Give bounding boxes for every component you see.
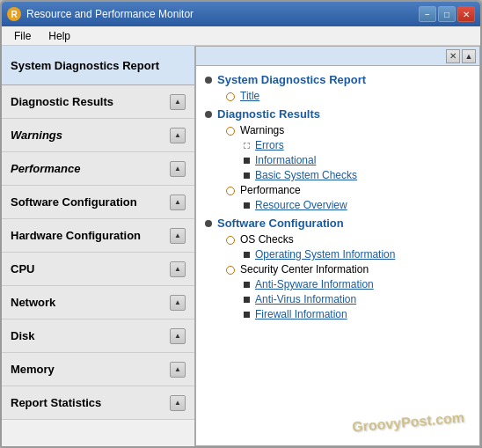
nav-btn-cpu[interactable]: ▲: [170, 261, 186, 277]
nav-item-diagnostic-results[interactable]: Diagnostic Results ▲: [2, 85, 194, 119]
menu-bar: File Help: [2, 26, 480, 46]
left-panel: System Diagnostics Report Diagnostic Res…: [2, 46, 195, 446]
nav-label-hardware-config: Hardware Configuration: [11, 229, 141, 242]
tree-title-diagnostic-results[interactable]: Diagnostic Results: [217, 107, 320, 111]
nav-label-performance: Performance: [11, 162, 80, 175]
right-area: ✕ ▲ System Diagnostics Report: [195, 46, 480, 446]
tree-link-title[interactable]: Title: [240, 90, 259, 102]
menu-help[interactable]: Help: [43, 28, 76, 44]
nav-label-warnings: Warnings: [11, 129, 62, 142]
nav-item-disk[interactable]: Disk ▲: [2, 319, 194, 353]
nav-btn-network[interactable]: ▲: [170, 295, 186, 311]
close-button[interactable]: ✕: [457, 6, 475, 22]
nav-label-software-config: Software Configuration: [11, 195, 137, 209]
tree-popup: ✕ ▲ System Diagnostics Report: [195, 46, 480, 111]
nav-btn-report-stats[interactable]: ▲: [170, 395, 186, 411]
nav-label-disk: Disk: [11, 329, 34, 342]
nav-btn-warnings[interactable]: ▲: [170, 128, 186, 143]
nav-btn-diagnostic-results[interactable]: ▲: [170, 94, 186, 110]
nav-btn-disk[interactable]: ▲: [170, 328, 186, 344]
app-icon: R: [7, 7, 21, 21]
window-title: Resource and Performance Monitor: [26, 8, 194, 20]
open-circle-title: [226, 92, 235, 101]
nav-label-report-stats: Report Statistics: [11, 396, 101, 409]
nav-label-memory: Memory: [11, 363, 55, 376]
tree-section-system-diagnostics: System Diagnostics Report Title: [205, 73, 471, 102]
tree-subitem-title: Title: [226, 90, 471, 102]
nav-btn-software-config[interactable]: ▲: [170, 195, 186, 210]
nav-item-memory[interactable]: Memory ▲: [2, 353, 194, 386]
tree-section-header-system: System Diagnostics Report: [205, 73, 471, 86]
tree-title-system-diagnostics[interactable]: System Diagnostics Report: [217, 73, 366, 86]
nav-item-report-stats[interactable]: Report Statistics ▲: [2, 386, 194, 420]
nav-item-warnings[interactable]: Warnings ▲: [2, 119, 194, 152]
tree-popup-header: ✕ ▲: [196, 47, 479, 66]
tree-content: System Diagnostics Report Title: [196, 66, 479, 111]
nav-label-network: Network: [11, 296, 55, 309]
tree-popup-close-button[interactable]: ✕: [446, 49, 460, 63]
minimize-button[interactable]: −: [419, 6, 436, 22]
nav-btn-hardware-config[interactable]: ▲: [170, 228, 186, 244]
tree-and-scroll: ✕ ▲ System Diagnostics Report: [195, 46, 480, 111]
nav-btn-memory[interactable]: ▲: [170, 362, 186, 378]
nav-item-software-config[interactable]: Software Configuration ▲: [2, 186, 194, 219]
tree-section-diagnostic-results: Diagnostic Results Warnings: [205, 107, 471, 111]
window-controls: − □ ✕: [419, 6, 475, 22]
maximize-button[interactable]: □: [438, 6, 456, 22]
main-window: R Resource and Performance Monitor − □ ✕…: [0, 0, 482, 448]
tree-popup-up-button[interactable]: ▲: [462, 49, 476, 63]
bullet-dot-system: [205, 77, 212, 84]
nav-label-cpu: CPU: [11, 262, 34, 275]
title-bar-left: R Resource and Performance Monitor: [7, 7, 194, 21]
nav-item-cpu[interactable]: CPU ▲: [2, 253, 194, 286]
nav-item-hardware-config[interactable]: Hardware Configuration ▲: [2, 219, 194, 253]
nav-item-performance[interactable]: Performance ▲: [2, 152, 194, 186]
tree-section-header-diagnostic: Diagnostic Results: [205, 107, 471, 111]
nav-label-diagnostic-results: Diagnostic Results: [11, 95, 113, 108]
nav-btn-performance[interactable]: ▲: [170, 161, 186, 177]
title-bar: R Resource and Performance Monitor − □ ✕: [2, 2, 480, 26]
tree-children-system: Title: [226, 90, 471, 102]
nav-item-network[interactable]: Network ▲: [2, 286, 194, 319]
panel-header: System Diagnostics Report: [2, 46, 194, 85]
menu-file[interactable]: File: [9, 28, 36, 44]
outer-layout: System Diagnostics Report Diagnostic Res…: [2, 46, 480, 446]
